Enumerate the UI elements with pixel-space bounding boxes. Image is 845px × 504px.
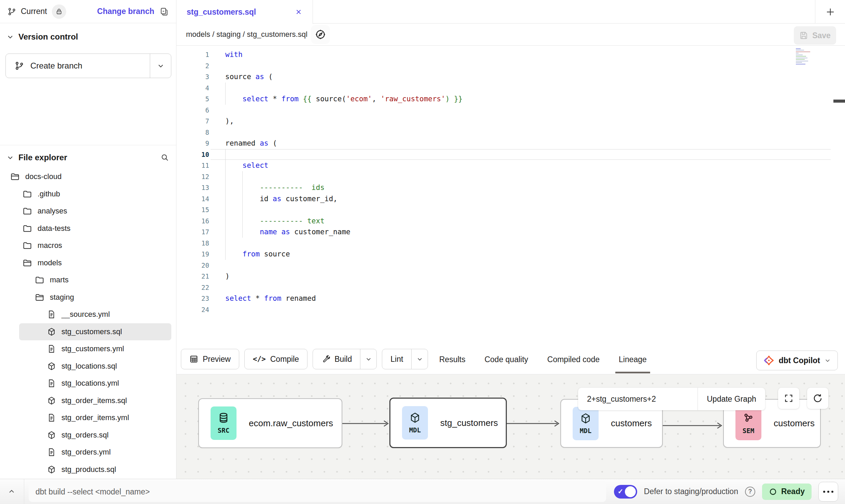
folder-open-icon <box>10 172 20 181</box>
model-badge: MDL <box>402 406 428 440</box>
cube-icon <box>580 413 591 424</box>
file-icon <box>47 344 56 353</box>
model-cube-icon <box>47 396 56 405</box>
file-tree-item[interactable]: stg_order_items.sql <box>0 392 171 410</box>
fullscreen-icon <box>784 394 793 403</box>
code-icon: </> <box>253 355 266 363</box>
file-icon <box>47 310 56 319</box>
minimap[interactable] <box>796 47 815 66</box>
create-branch-button[interactable]: Create branch <box>5 54 171 78</box>
save-button[interactable]: Save <box>794 26 836 45</box>
git-branch-icon <box>8 7 16 16</box>
lineage-node-stg-customers[interactable]: MDL stg_customers <box>389 398 507 448</box>
compile-button[interactable]: </> Compile <box>244 349 307 369</box>
scrollbar-thumb[interactable] <box>833 100 845 103</box>
lineage-node-source[interactable]: SRC ecom.raw_customers <box>198 398 342 448</box>
model-cube-icon <box>47 362 56 371</box>
command-placeholder[interactable]: dbt build --select <model_name> <box>35 487 150 496</box>
tab-compiled-code[interactable]: Compiled code <box>547 355 600 364</box>
file-tree: docs-cloud .github analyses data-tests m… <box>0 168 176 479</box>
file-tree-item[interactable]: macros <box>0 237 171 254</box>
folder-icon <box>23 241 32 250</box>
tab-code-quality[interactable]: Code quality <box>485 355 528 364</box>
chevron-down-icon[interactable] <box>7 154 14 161</box>
help-icon[interactable]: ? <box>745 487 755 497</box>
file-tree-item[interactable]: stg_customers.yml <box>0 340 171 358</box>
file-tree-item[interactable]: stg_orders.yml <box>0 444 171 461</box>
file-icon <box>47 413 56 422</box>
file-icon <box>47 448 56 457</box>
sidebar: Current Change branch Version control Cr… <box>0 0 176 479</box>
tab-strip: stg_customers.sql <box>176 0 845 24</box>
code-editor[interactable]: 123456789101112131415161718192021222324 … <box>176 46 845 344</box>
fullscreen-button[interactable] <box>778 388 799 409</box>
model-badge: MDL <box>573 407 599 440</box>
preview-button[interactable]: Preview <box>181 349 239 369</box>
more-options-button[interactable] <box>818 482 838 502</box>
file-tree-item[interactable]: stg_products.sql <box>0 461 171 478</box>
new-tab-button[interactable] <box>815 0 845 24</box>
defer-label: Defer to staging/production <box>644 487 738 496</box>
tab-lineage[interactable]: Lineage <box>619 355 647 364</box>
result-tabs: Results Code quality Compiled code Linea… <box>439 344 647 374</box>
file-tree-item[interactable]: docs-cloud <box>0 168 171 186</box>
lineage-selector-input[interactable]: 2+stg_customers+2 <box>578 388 698 410</box>
code-content[interactable]: withsource as ( select * from {{ source(… <box>225 49 804 315</box>
dbt-copilot-button[interactable]: dbt Copilot <box>756 351 838 370</box>
lineage-edge <box>507 420 561 427</box>
file-tree-item[interactable]: staging <box>0 289 171 306</box>
save-icon <box>799 31 808 40</box>
file-tree-item[interactable]: stg_orders.sql <box>0 427 171 444</box>
file-tree-item[interactable]: stg_locations.yml <box>0 375 171 392</box>
breadcrumb-row: models / staging / stg_customers.sql Sav… <box>176 24 845 46</box>
tab-results[interactable]: Results <box>439 355 466 364</box>
lock-icon <box>56 8 62 15</box>
compass-button[interactable] <box>311 25 330 44</box>
status-badge-ready[interactable]: Ready <box>762 484 812 500</box>
folder-icon <box>23 206 32 216</box>
model-cube-icon <box>47 465 56 474</box>
status-circle-icon <box>769 488 777 496</box>
lineage-panel[interactable]: SRC ecom.raw_customers MDL stg_customers… <box>176 374 845 479</box>
action-toolbar: Preview </> Compile Build <box>176 344 845 374</box>
refresh-button[interactable] <box>807 388 828 409</box>
file-explorer-section: File explorer <box>0 145 176 166</box>
version-control-header[interactable]: Version control <box>7 30 78 44</box>
file-tree-item[interactable]: marts <box>0 271 171 289</box>
search-icon[interactable] <box>160 153 169 162</box>
defer-toggle[interactable]: ✓ <box>614 485 637 499</box>
file-tree-item[interactable]: __sources.yml <box>0 306 171 323</box>
chevron-down-icon <box>825 357 831 364</box>
save-label: Save <box>812 31 831 40</box>
create-branch-dropdown[interactable] <box>150 54 171 78</box>
copy-icon[interactable] <box>160 7 169 16</box>
file-tree-item[interactable]: models <box>0 254 171 272</box>
cube-icon <box>409 412 421 424</box>
build-dropdown[interactable] <box>360 349 376 369</box>
refresh-icon <box>813 393 823 403</box>
source-badge: SRC <box>211 406 237 440</box>
folder-open-icon <box>35 293 44 302</box>
build-button[interactable]: Build <box>313 349 377 369</box>
folder-open-icon <box>23 258 32 268</box>
change-branch-link[interactable]: Change branch <box>97 7 154 16</box>
file-tree-item[interactable]: .github <box>0 186 171 203</box>
version-control-title: Version control <box>18 32 78 42</box>
lint-dropdown[interactable] <box>411 349 428 369</box>
file-tree-item[interactable]: stg_order_items.yml <box>0 409 171 427</box>
breadcrumb: models / staging / stg_customers.sql <box>186 30 307 39</box>
close-icon[interactable] <box>295 8 302 16</box>
plus-icon <box>825 7 835 17</box>
create-branch-label: Create branch <box>30 61 82 71</box>
tab-stg-customers[interactable]: stg_customers.sql <box>176 0 313 24</box>
database-icon <box>218 412 229 424</box>
update-graph-button[interactable]: Update Graph <box>698 388 765 410</box>
file-tree-item-selected[interactable]: stg_customers.sql <box>19 323 171 341</box>
current-branch-label: Current <box>21 7 47 16</box>
main-pane: stg_customers.sql models / staging / stg… <box>176 0 845 479</box>
lint-button[interactable]: Lint <box>382 349 428 369</box>
chevron-up-icon[interactable] <box>8 488 16 496</box>
file-tree-item[interactable]: stg_locations.sql <box>0 358 171 375</box>
file-tree-item[interactable]: analyses <box>0 203 171 220</box>
file-tree-item[interactable]: data-tests <box>0 220 171 237</box>
